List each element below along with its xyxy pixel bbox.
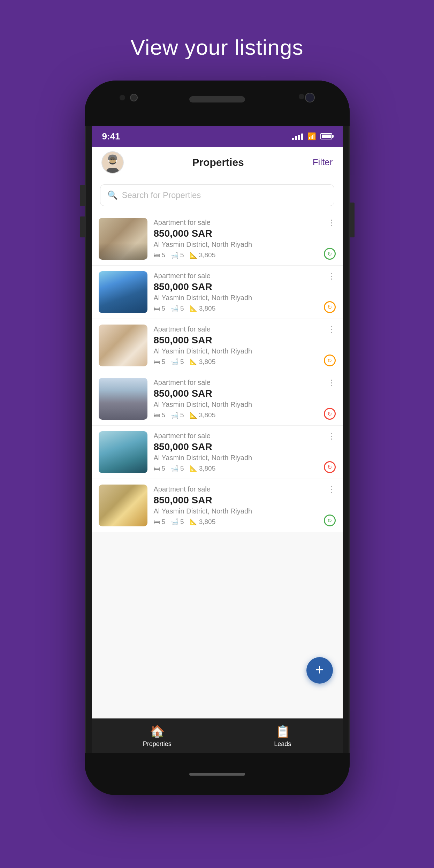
listing-image xyxy=(99,325,147,366)
front-dot-icon xyxy=(120,95,125,100)
area-count: 📐 3,805 xyxy=(190,411,216,419)
list-item[interactable]: Apartment for sale 850,000 SAR Al Yasmin… xyxy=(92,372,343,426)
area-count: 📐 3,805 xyxy=(190,358,216,366)
listing-menu-button[interactable]: ⋮ xyxy=(327,218,336,228)
svg-point-4 xyxy=(113,159,114,160)
bed-icon: 🛏 xyxy=(154,252,160,259)
listing-info: Apartment for sale 850,000 SAR Al Yasmin… xyxy=(154,432,336,472)
bed-icon: 🛏 xyxy=(154,518,160,526)
list-item[interactable]: Apartment for sale 850,000 SAR Al Yasmin… xyxy=(92,426,343,479)
listings-container: Apartment for sale 850,000 SAR Al Yasmin… xyxy=(92,212,343,532)
bed-count: 🛏 5 xyxy=(154,518,166,526)
list-item[interactable]: Apartment for sale 850,000 SAR Al Yasmin… xyxy=(92,212,343,266)
area-icon: 📐 xyxy=(190,251,197,259)
power-button[interactable] xyxy=(350,203,355,237)
listing-menu-button[interactable]: ⋮ xyxy=(327,378,336,388)
listing-type: Apartment for sale xyxy=(154,219,336,227)
listing-features: 🛏 5 🛁 5 📐 3,805 xyxy=(154,358,336,366)
listing-features: 🛏 5 🛁 5 📐 3,805 xyxy=(154,465,336,472)
listing-type: Apartment for sale xyxy=(154,272,336,280)
listing-image xyxy=(99,378,147,420)
list-item[interactable]: Apartment for sale 850,000 SAR Al Yasmin… xyxy=(92,266,343,319)
listing-price: 850,000 SAR xyxy=(154,281,336,292)
phone-screen: 9:41 📶 xyxy=(92,126,343,753)
listing-image xyxy=(99,485,147,526)
listing-location: Al Yasmin District, North Riyadh xyxy=(154,347,336,355)
phone-shell: 9:41 📶 xyxy=(85,81,350,795)
listing-menu-button[interactable]: ⋮ xyxy=(327,485,336,494)
listing-type: Apartment for sale xyxy=(154,379,336,387)
nav-label-properties: Properties xyxy=(143,740,172,748)
listing-features: 🛏 5 🛁 5 📐 3,805 xyxy=(154,305,336,312)
plus-icon: + xyxy=(315,663,324,677)
listing-price: 850,000 SAR xyxy=(154,388,336,399)
signal-icon xyxy=(292,133,303,140)
bottom-nav: 🏠 Properties 📋 Leads xyxy=(92,718,343,753)
listing-location: Al Yasmin District, North Riyadh xyxy=(154,401,336,409)
search-input[interactable]: Search for Properties xyxy=(122,190,201,200)
listing-menu-button[interactable]: ⋮ xyxy=(327,271,336,281)
phone-bottom-bezel xyxy=(85,753,350,795)
bed-count: 🛏 5 xyxy=(154,305,166,312)
listing-status: ↻ xyxy=(324,355,336,366)
listing-type: Apartment for sale xyxy=(154,485,336,493)
bath-icon: 🛁 xyxy=(171,305,178,312)
bath-icon: 🛁 xyxy=(171,465,178,472)
nav-item-properties[interactable]: 🏠 Properties xyxy=(143,724,172,748)
bath-count: 🛁 5 xyxy=(171,305,184,312)
nav-item-leads[interactable]: 📋 Leads xyxy=(274,724,291,748)
area-icon: 📐 xyxy=(190,518,197,526)
home-icon: 🏠 xyxy=(150,724,165,738)
area-count: 📐 3,805 xyxy=(190,465,216,472)
home-indicator xyxy=(189,773,245,776)
add-listing-button[interactable]: + xyxy=(306,657,333,684)
listing-price: 850,000 SAR xyxy=(154,441,336,452)
selfie-camera-icon xyxy=(305,93,315,102)
bed-icon: 🛏 xyxy=(154,412,160,419)
search-bar[interactable]: 🔍 Search for Properties xyxy=(100,184,334,206)
listing-menu-button[interactable]: ⋮ xyxy=(327,325,336,334)
status-icons: 📶 xyxy=(292,132,332,140)
listing-status: ↻ xyxy=(324,248,336,260)
avatar[interactable] xyxy=(101,151,124,174)
listing-info: Apartment for sale 850,000 SAR Al Yasmin… xyxy=(154,325,336,366)
listing-price: 850,000 SAR xyxy=(154,335,336,346)
listing-status: ↻ xyxy=(324,515,336,526)
status-badge: ↻ xyxy=(324,461,336,473)
app-header: Properties Filter xyxy=(92,147,343,178)
listing-location: Al Yasmin District, North Riyadh xyxy=(154,507,336,515)
listing-status: ↻ xyxy=(324,301,336,313)
bath-count: 🛁 5 xyxy=(171,465,184,472)
bath-icon: 🛁 xyxy=(171,358,178,366)
listing-location: Al Yasmin District, North Riyadh xyxy=(154,454,336,462)
listing-type: Apartment for sale xyxy=(154,325,336,333)
bed-count: 🛏 5 xyxy=(154,411,166,419)
list-item[interactable]: Apartment for sale 850,000 SAR Al Yasmin… xyxy=(92,319,343,372)
filter-button[interactable]: Filter xyxy=(313,157,333,168)
listing-status: ↻ xyxy=(324,461,336,473)
header-title: Properties xyxy=(192,157,244,168)
bed-count: 🛏 5 xyxy=(154,358,166,366)
volume-down-button[interactable] xyxy=(80,216,85,237)
listing-image xyxy=(99,271,147,313)
listing-features: 🛏 5 🛁 5 📐 3,805 xyxy=(154,518,336,526)
listing-info: Apartment for sale 850,000 SAR Al Yasmin… xyxy=(154,379,336,419)
volume-up-button[interactable] xyxy=(80,185,85,206)
search-icon: 🔍 xyxy=(107,190,118,200)
area-count: 📐 3,805 xyxy=(190,251,216,259)
phone-top-bezel xyxy=(85,81,350,126)
phone-speaker xyxy=(189,96,245,102)
battery-icon xyxy=(320,133,332,139)
area-icon: 📐 xyxy=(190,358,197,366)
listing-menu-button[interactable]: ⋮ xyxy=(327,431,336,441)
listing-price: 850,000 SAR xyxy=(154,228,336,239)
listing-features: 🛏 5 🛁 5 📐 3,805 xyxy=(154,411,336,419)
area-icon: 📐 xyxy=(190,465,197,472)
listing-type: Apartment for sale xyxy=(154,432,336,440)
listing-image xyxy=(99,218,147,260)
bath-icon: 🛁 xyxy=(171,251,178,259)
sensor-icon xyxy=(299,94,304,99)
listings-scroll[interactable]: Apartment for sale 850,000 SAR Al Yasmin… xyxy=(92,212,343,718)
list-item[interactable]: Apartment for sale 850,000 SAR Al Yasmin… xyxy=(92,479,343,532)
listing-price: 850,000 SAR xyxy=(154,495,336,506)
